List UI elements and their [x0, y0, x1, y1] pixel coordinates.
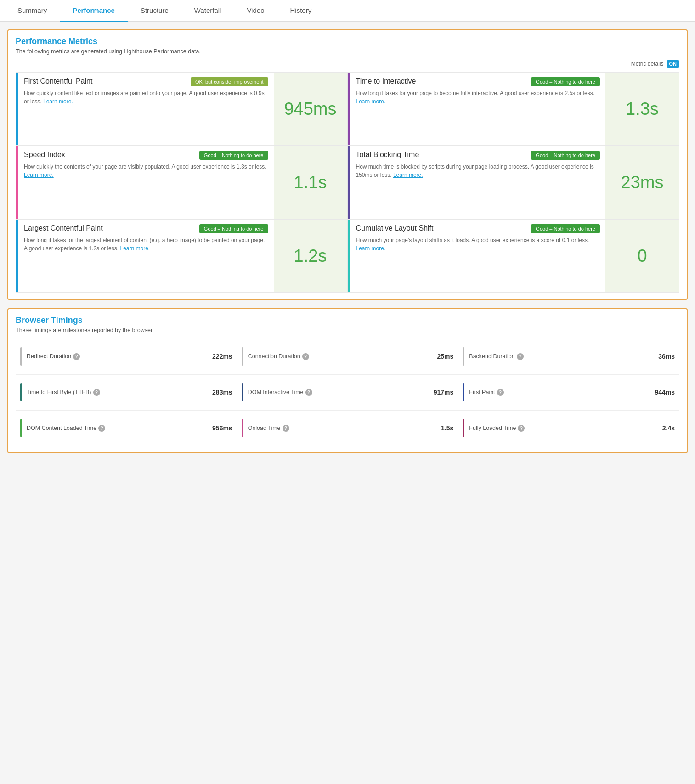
timings-row-1: Time to First Byte (TTFB) ? 283ms DOM In…	[16, 375, 679, 411]
metric-value-cls: 0	[637, 246, 647, 266]
metric-title-tti: Time to Interactive	[356, 77, 416, 85]
timing-value-2-1: 1.5s	[441, 424, 453, 432]
metric-value-tti: 1.3s	[626, 99, 659, 119]
timings-row-2: DOM Content Loaded Time ? 956ms Onload T…	[16, 411, 679, 446]
help-icon-2-2[interactable]: ?	[518, 425, 525, 432]
metric-value-box-tti: 1.3s	[605, 73, 679, 145]
metric-content-cls: Cumulative Layout Shift Good – Nothing t…	[350, 220, 606, 292]
timing-value-2-2: 2.4s	[662, 424, 675, 432]
tab-structure[interactable]: Structure	[128, 0, 181, 22]
metric-content-lcp: Largest Contentful Paint Good – Nothing …	[18, 220, 274, 292]
help-icon-0-1[interactable]: ?	[302, 353, 309, 360]
metric-learn-cls[interactable]: Learn more.	[356, 245, 386, 252]
metric-card-cls: Cumulative Layout Shift Good – Nothing t…	[348, 219, 680, 293]
timing-bar-0-1	[242, 347, 243, 366]
metric-details-toggle[interactable]: ON	[667, 60, 680, 68]
tab-bar: Summary Performance Structure Waterfall …	[0, 0, 695, 22]
timing-label-0-1: Connection Duration ?	[248, 353, 433, 360]
metric-details-label: Metric details	[631, 61, 664, 67]
timing-cell-0-2: Backend Duration ? 36ms	[458, 339, 679, 374]
timing-value-0-2: 36ms	[658, 353, 675, 360]
help-icon-0-0[interactable]: ?	[73, 353, 80, 360]
timing-value-1-0: 283ms	[212, 389, 232, 396]
help-icon-1-1[interactable]: ?	[305, 389, 312, 396]
timing-bar-0-0	[20, 347, 22, 366]
metric-details-row: Metric details ON	[16, 60, 679, 68]
timings-row-0: Redirect Duration ? 222ms Connection Dur…	[16, 339, 679, 375]
help-icon-0-2[interactable]: ?	[517, 353, 524, 360]
help-icon-1-2[interactable]: ?	[497, 389, 504, 396]
tab-performance[interactable]: Performance	[60, 0, 128, 22]
metric-header-tti: Time to Interactive Good – Nothing to do…	[356, 77, 600, 86]
timing-cell-1-1: DOM Interactive Time ? 917ms	[237, 375, 458, 410]
metric-badge-tbt: Good – Nothing to do here	[531, 151, 600, 160]
metric-value-fcp: 945ms	[284, 99, 336, 119]
metric-card-tbt: Total Blocking Time Good – Nothing to do…	[348, 146, 680, 219]
metric-content-tti: Time to Interactive Good – Nothing to do…	[350, 73, 606, 145]
timing-cell-1-0: Time to First Byte (TTFB) ? 283ms	[16, 375, 237, 410]
timing-label-0-2: Backend Duration ?	[469, 353, 654, 360]
performance-metrics-desc: The following metrics are generated usin…	[16, 48, 679, 55]
performance-metrics-title: Performance Metrics	[16, 37, 679, 46]
timing-value-1-2: 944ms	[655, 389, 675, 396]
browser-timings-title: Browser Timings	[16, 316, 679, 325]
main-content: Performance Metrics The following metric…	[0, 22, 695, 469]
timing-value-1-1: 917ms	[434, 389, 454, 396]
help-icon-2-0[interactable]: ?	[98, 425, 105, 432]
metric-desc-si: How quickly the contents of your page ar…	[24, 163, 268, 179]
metric-value-tbt: 23ms	[621, 173, 664, 192]
metric-badge-cls: Good – Nothing to do here	[531, 224, 600, 233]
metric-badge-tti: Good – Nothing to do here	[531, 77, 600, 86]
timing-label-2-2: Fully Loaded Time ?	[469, 425, 657, 432]
timing-value-2-0: 956ms	[212, 424, 232, 432]
timing-bar-2-0	[20, 419, 22, 437]
metric-header-tbt: Total Blocking Time Good – Nothing to do…	[356, 151, 600, 160]
metric-title-fcp: First Contentful Paint	[24, 77, 92, 85]
timing-cell-2-2: Fully Loaded Time ? 2.4s	[458, 411, 679, 446]
metric-content-tbt: Total Blocking Time Good – Nothing to do…	[350, 146, 606, 219]
timing-value-0-0: 222ms	[212, 353, 232, 360]
metric-learn-tti[interactable]: Learn more.	[356, 98, 386, 105]
metric-badge-fcp: OK, but consider improvement	[191, 77, 268, 86]
metric-desc-tti: How long it takes for your page to becom…	[356, 89, 600, 106]
help-icon-2-1[interactable]: ?	[283, 425, 289, 432]
metric-title-lcp: Largest Contentful Paint	[24, 224, 103, 232]
metric-header-cls: Cumulative Layout Shift Good – Nothing t…	[356, 224, 600, 233]
timing-bar-1-0	[20, 383, 22, 401]
metric-content-si: Speed Index Good – Nothing to do here Ho…	[18, 146, 274, 219]
browser-timings-desc: These timings are milestones reported by…	[16, 327, 679, 333]
help-icon-1-0[interactable]: ?	[93, 389, 100, 396]
timing-cell-1-2: First Paint ? 944ms	[458, 375, 679, 410]
timing-value-0-1: 25ms	[437, 353, 454, 360]
metric-learn-fcp[interactable]: Learn more.	[43, 98, 73, 105]
metric-learn-tbt[interactable]: Learn more.	[393, 172, 423, 178]
metric-title-cls: Cumulative Layout Shift	[356, 224, 434, 232]
tab-summary[interactable]: Summary	[5, 0, 60, 22]
timing-label-1-0: Time to First Byte (TTFB) ?	[27, 389, 208, 396]
timing-bar-1-2	[463, 383, 464, 401]
metric-value-box-lcp: 1.2s	[274, 220, 347, 292]
timing-cell-0-1: Connection Duration ? 25ms	[237, 339, 458, 374]
timing-bar-2-1	[242, 419, 243, 437]
tab-history[interactable]: History	[277, 0, 324, 22]
metric-value-box-si: 1.1s	[274, 146, 347, 219]
metric-desc-cls: How much your page's layout shifts as it…	[356, 236, 600, 253]
tab-video[interactable]: Video	[234, 0, 277, 22]
metric-header-lcp: Largest Contentful Paint Good – Nothing …	[24, 224, 268, 233]
metric-card-si: Speed Index Good – Nothing to do here Ho…	[16, 146, 348, 219]
metric-value-si: 1.1s	[294, 173, 327, 192]
metric-title-tbt: Total Blocking Time	[356, 151, 419, 159]
metric-learn-lcp[interactable]: Learn more.	[120, 245, 150, 252]
metric-desc-lcp: How long it takes for the largest elemen…	[24, 236, 268, 253]
timing-label-1-2: First Paint ?	[469, 389, 650, 396]
tab-waterfall[interactable]: Waterfall	[181, 0, 234, 22]
metric-header-si: Speed Index Good – Nothing to do here	[24, 151, 268, 160]
metric-card-fcp: First Contentful Paint OK, but consider …	[16, 72, 348, 146]
metric-learn-si[interactable]: Learn more.	[24, 172, 54, 178]
metric-desc-fcp: How quickly content like text or images …	[24, 89, 268, 106]
timing-label-2-0: DOM Content Loaded Time ?	[27, 425, 208, 432]
metric-value-box-fcp: 945ms	[274, 73, 347, 145]
timing-cell-2-0: DOM Content Loaded Time ? 956ms	[16, 411, 237, 446]
timing-label-1-1: DOM Interactive Time ?	[248, 389, 429, 396]
performance-metrics-section: Performance Metrics The following metric…	[7, 29, 688, 300]
